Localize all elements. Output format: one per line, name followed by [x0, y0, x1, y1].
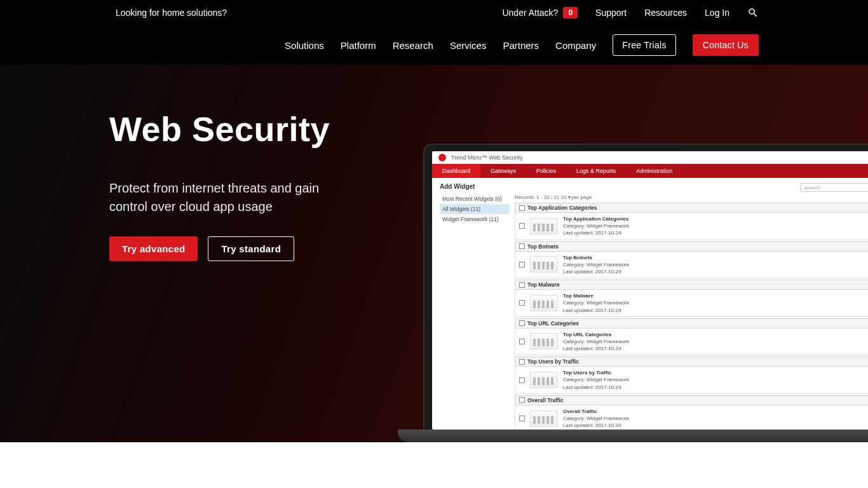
hero-section: Web Security Protect from internet threa…	[0, 65, 868, 442]
screenshot-side-item: Most Recent Widgets (0)	[440, 194, 510, 204]
screenshot-group-label: Top Users by Traffic	[527, 358, 579, 365]
nav-partners[interactable]: Partners	[503, 40, 539, 51]
screenshot-widget-group-header: Top Botnets	[515, 241, 868, 252]
screenshot-tab-admin: Administration	[626, 164, 682, 178]
nav-research[interactable]: Research	[393, 40, 433, 51]
screenshot-widget-row: Overall TrafficCategory: Widget Framewor…	[515, 405, 868, 430]
screenshot-widget-meta: Top Users by TrafficCategory: Widget Fra…	[563, 369, 629, 391]
nav-solutions[interactable]: Solutions	[285, 40, 324, 51]
checkbox-icon	[519, 339, 525, 344]
under-attack-link[interactable]: Under Attack? 0	[502, 7, 578, 18]
chart-thumb-icon	[530, 295, 558, 311]
checkbox-icon	[519, 205, 525, 211]
screenshot-widget-group-header: Top Malware	[515, 280, 868, 290]
free-trials-button[interactable]: Free Trials	[613, 34, 675, 56]
product-screenshot-laptop: Trend Micro™ Web Security Dashboard Gate…	[423, 144, 868, 442]
screenshot-widget-row: Top URL CategoriesCategory: Widget Frame…	[515, 329, 868, 356]
screenshot-widget-group-header: Top Users by Traffic	[515, 356, 868, 367]
checkbox-icon	[519, 397, 525, 403]
screenshot-widget-meta: Top BotnetsCategory: Widget FrameworkLas…	[563, 254, 629, 276]
screenshot-app-header: Trend Micro™ Web Security	[432, 151, 868, 164]
nav-company[interactable]: Company	[555, 40, 596, 51]
screenshot-group-label: Top Malware	[527, 281, 560, 288]
screenshot-widget-meta: Top URL CategoriesCategory: Widget Frame…	[563, 331, 629, 353]
checkbox-icon	[519, 320, 525, 326]
login-link[interactable]: Log In	[705, 8, 729, 18]
screenshot-tab-dashboard: Dashboard	[432, 164, 480, 178]
screenshot-side-item: All Widgets (11)	[440, 204, 510, 214]
screenshot-widget-meta: Top MalwareCategory: Widget FrameworkLas…	[563, 292, 629, 314]
screenshot-widget-row: Top Users by TrafficCategory: Widget Fra…	[515, 367, 868, 394]
screenshot-group-label: Top Botnets	[527, 243, 559, 250]
checkbox-icon	[519, 416, 525, 421]
screenshot-tab-bar: Dashboard Gateways Policies Logs & Repor…	[432, 164, 868, 178]
chart-thumb-icon	[530, 333, 558, 349]
under-attack-label: Under Attack?	[502, 8, 558, 18]
screenshot-group-label: Overall Traffic	[527, 397, 564, 403]
screenshot-widget-row: Top MalwareCategory: Widget FrameworkLas…	[515, 290, 868, 317]
try-advanced-button[interactable]: Try advanced	[109, 236, 198, 261]
screenshot-widget-row: Top BotnetsCategory: Widget FrameworkLas…	[515, 252, 868, 279]
chart-thumb-icon	[530, 372, 558, 388]
screenshot-side-item: Widget Framework (11)	[440, 214, 510, 224]
chart-thumb-icon	[530, 410, 558, 427]
page-title: Web Security	[109, 109, 356, 149]
screenshot-widget-meta: Overall TrafficCategory: Widget Framewor…	[563, 408, 629, 430]
under-attack-badge: 0	[563, 7, 578, 18]
screenshot-tab-gateways: Gateways	[480, 164, 526, 178]
try-standard-button[interactable]: Try standard	[208, 236, 294, 261]
chart-thumb-icon	[530, 256, 558, 273]
screenshot-tab-policies: Policies	[526, 164, 566, 178]
checkbox-icon	[519, 282, 525, 288]
screenshot-widget-group-header: Top URL Categories	[515, 318, 868, 329]
main-nav: Solutions Platform Research Services Par…	[0, 25, 868, 65]
home-solutions-link[interactable]: Looking for home solutions?	[109, 4, 233, 22]
search-icon[interactable]	[747, 7, 759, 18]
screenshot-widget-group-header: Top Application Categories	[515, 203, 868, 213]
screenshot-pager-text: Records: 1 - 10 / 11 10 ▾ per page	[515, 194, 868, 200]
trend-logo-icon	[438, 154, 446, 161]
screenshot-group-label: Top Application Categories	[527, 205, 597, 211]
chart-thumb-icon	[530, 218, 558, 234]
screenshot-widget-group-header: Overall Traffic	[515, 395, 868, 405]
checkbox-icon	[519, 243, 525, 249]
nav-platform[interactable]: Platform	[341, 40, 376, 51]
screenshot-widget-meta: Top Application CategoriesCategory: Widg…	[563, 215, 629, 237]
utility-bar: Looking for home solutions? Under Attack…	[0, 0, 868, 25]
screenshot-group-label: Top URL Categories	[527, 320, 579, 327]
nav-services[interactable]: Services	[450, 40, 487, 51]
checkbox-icon	[519, 262, 525, 268]
screenshot-panel-title: Add Widget	[440, 183, 510, 190]
screenshot-app-title: Trend Micro™ Web Security	[451, 154, 523, 161]
checkbox-icon	[519, 300, 525, 306]
checkbox-icon	[519, 377, 525, 383]
laptop-base	[398, 430, 868, 442]
checkbox-icon	[519, 359, 525, 365]
screenshot-tab-logs: Logs & Reports	[566, 164, 626, 178]
support-link[interactable]: Support	[595, 8, 627, 18]
screenshot-widget-row: Top Application CategoriesCategory: Widg…	[515, 213, 868, 240]
contact-us-button[interactable]: Contact Us	[693, 34, 759, 56]
checkbox-icon	[519, 223, 525, 229]
hero-subtitle: Protect from internet threats and gain c…	[109, 179, 356, 216]
resources-link[interactable]: Resources	[644, 8, 687, 18]
screenshot-search-input: Search ×	[801, 183, 868, 192]
screenshot-search-placeholder: Search	[804, 185, 820, 191]
